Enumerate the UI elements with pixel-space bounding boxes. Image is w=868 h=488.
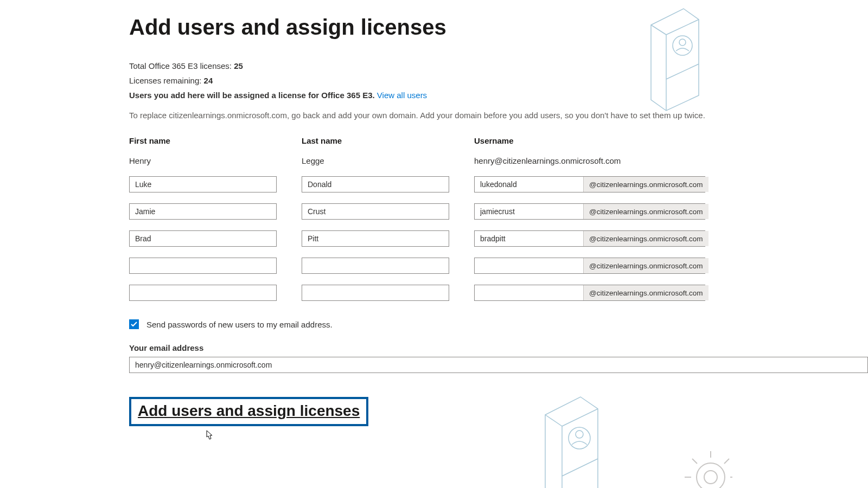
lastname-input[interactable] — [302, 258, 449, 274]
svg-point-2 — [569, 427, 590, 449]
lastname-input[interactable] — [302, 176, 449, 192]
username-cell: @citizenlearnings.onmicrosoft.com — [474, 230, 705, 247]
email-address-label: Your email address — [129, 343, 868, 352]
email-address-field[interactable] — [129, 357, 868, 373]
assign-info-line: Users you add here will be assigned a li… — [129, 91, 868, 100]
username-input[interactable] — [475, 285, 583, 300]
assign-info-text: Users you add here will be assigned a li… — [129, 91, 377, 100]
existing-user-username: henry@citizenlearnings.onmicrosoft.com — [474, 156, 705, 165]
checkmark-icon — [131, 321, 137, 328]
username-cell: @citizenlearnings.onmicrosoft.com — [474, 203, 705, 220]
col-header-lastname: Last name — [302, 136, 449, 145]
username-domain-suffix: @citizenlearnings.onmicrosoft.com — [583, 258, 709, 273]
firstname-input[interactable] — [129, 230, 277, 247]
svg-point-5 — [704, 471, 717, 484]
remaining-licenses-line: Licenses remaining: 24 — [129, 76, 868, 85]
gear-illustration — [667, 434, 732, 488]
username-domain-suffix: @citizenlearnings.onmicrosoft.com — [583, 177, 709, 192]
total-licenses-line: Total Office 365 E3 licenses: 25 — [129, 61, 868, 70]
total-licenses-value: 25 — [234, 61, 243, 70]
svg-point-3 — [576, 431, 583, 438]
username-input[interactable] — [475, 258, 583, 273]
add-users-button[interactable]: Add users and assign licenses — [138, 402, 360, 420]
username-input[interactable] — [475, 177, 583, 192]
lastname-input[interactable] — [302, 230, 449, 247]
username-input[interactable] — [475, 204, 583, 219]
send-passwords-label: Send passwords of new users to my email … — [146, 320, 333, 329]
username-cell: @citizenlearnings.onmicrosoft.com — [474, 285, 705, 301]
existing-user-firstname: Henry — [129, 156, 277, 165]
username-domain-suffix: @citizenlearnings.onmicrosoft.com — [583, 231, 709, 246]
col-header-firstname: First name — [129, 136, 277, 145]
lastname-input[interactable] — [302, 285, 449, 301]
view-all-users-link[interactable]: View all users — [377, 91, 427, 100]
existing-user-lastname: Legge — [302, 156, 449, 165]
cursor-pointer-icon — [203, 429, 214, 442]
username-domain-suffix: @citizenlearnings.onmicrosoft.com — [583, 285, 709, 300]
col-header-username: Username — [474, 136, 705, 145]
remaining-licenses-value: 24 — [204, 76, 213, 85]
username-input[interactable] — [475, 231, 583, 246]
username-cell: @citizenlearnings.onmicrosoft.com — [474, 176, 705, 192]
remaining-licenses-label: Licenses remaining: — [129, 76, 204, 85]
send-passwords-checkbox[interactable] — [129, 319, 139, 329]
cta-focus-ring: Add users and assign licenses — [129, 397, 368, 426]
username-domain-suffix: @citizenlearnings.onmicrosoft.com — [583, 204, 709, 219]
replace-domain-note: To replace citizenlearnings.onmicrosoft.… — [129, 111, 868, 120]
lastname-input[interactable] — [302, 203, 449, 220]
svg-point-4 — [697, 463, 725, 488]
firstname-input[interactable] — [129, 203, 277, 220]
firstname-input[interactable] — [129, 285, 277, 301]
firstname-input[interactable] — [129, 176, 277, 192]
total-licenses-label: Total Office 365 E3 licenses: — [129, 61, 234, 70]
username-cell: @citizenlearnings.onmicrosoft.com — [474, 258, 705, 274]
firstname-input[interactable] — [129, 258, 277, 274]
page-title: Add users and assign licenses — [129, 15, 868, 40]
